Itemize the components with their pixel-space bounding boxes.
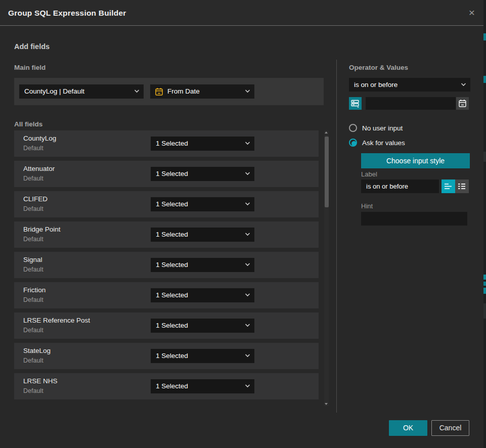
scrollbar-thumb[interactable] [325,137,329,207]
field-name: Signal [23,256,42,263]
dialog-titlebar: Group SQL Expression Builder × [0,0,483,26]
field-selected-dropdown[interactable]: 1 Selected [151,167,254,181]
operator-values-heading: Operator & Values [349,64,408,71]
field-subtitle: Default [23,145,43,152]
hint-input[interactable] [361,212,467,226]
radio-label: Ask for values [362,139,405,147]
ok-button[interactable]: OK [389,420,427,436]
field-name: LRSE NHS [23,377,58,385]
label-field-label: Label [361,170,377,178]
scrollbar-down-arrow-icon[interactable] [325,403,328,405]
calendar-icon [458,99,467,108]
chevron-down-icon [134,89,140,93]
unique-values-icon-button[interactable] [349,97,362,110]
field-selected-value: 1 Selected [156,228,188,242]
field-name: Bridge Point [23,226,61,233]
edge-segment [483,152,486,162]
field-selected-dropdown[interactable]: 1 Selected [151,349,254,363]
field-subtitle: Default [23,387,43,394]
label-input[interactable] [361,180,439,193]
hint-field-label: Hint [361,202,373,210]
close-icon[interactable]: × [466,7,477,18]
edge-accent-segment [483,282,486,286]
field-name: Attenuator [23,165,55,172]
edge-accent-segment [483,76,486,83]
unique-values-icon [351,99,360,108]
field-subtitle: Default [23,327,43,334]
field-selected-value: 1 Selected [156,197,188,211]
chevron-down-icon [245,202,250,206]
radio-no-user-input[interactable]: No user input [349,124,430,133]
field-selected-value: 1 Selected [156,288,188,302]
field-selected-value: 1 Selected [156,258,188,272]
field-name: CLIFED [23,195,48,203]
chevron-down-icon [245,89,250,93]
field-selected-dropdown[interactable]: 1 Selected [151,258,254,272]
edge-segment [483,303,486,319]
radio-label: No user input [362,124,403,132]
text-input-style-button[interactable] [441,180,455,193]
list-scrollbar[interactable] [324,130,329,406]
list-icon [458,182,466,191]
radio-circle-icon [349,124,357,132]
field-row: Signal Default 1 Selected [14,252,319,278]
field-name: StateLog [23,347,51,354]
field-subtitle: Default [23,357,43,364]
field-row: CountyLog Default 1 Selected [14,130,319,157]
field-selected-dropdown[interactable]: 1 Selected [151,228,254,242]
field-selected-value: 1 Selected [156,349,188,363]
all-fields-label: All fields [14,120,42,128]
background-app-edge [483,0,486,448]
date-picker-button[interactable] [456,97,469,110]
radio-ask-for-values[interactable]: Ask for values [349,139,430,148]
chevron-down-icon [245,323,250,327]
chevron-down-icon [245,262,250,266]
chevron-down-icon [245,353,250,357]
align-left-icon [444,182,453,191]
scrollbar-up-arrow-icon[interactable] [325,131,328,133]
operator-dropdown[interactable]: is on or before [349,78,470,92]
field-selected-value: 1 Selected [156,319,188,333]
edge-accent-segment [483,288,486,294]
main-date-field-value: From Date [167,84,200,99]
field-subtitle: Default [23,175,43,182]
field-selected-dropdown[interactable]: 1 Selected [151,197,254,211]
screen: Group SQL Expression Builder × Add field… [0,0,486,448]
field-row: CLIFED Default 1 Selected [14,191,319,217]
field-row: LRSE NHS Default 1 Selected [14,373,319,399]
chevron-down-icon [245,171,250,175]
field-row: Bridge Point Default 1 Selected [14,221,319,248]
field-row: Friction Default 1 Selected [14,282,319,308]
field-selected-value: 1 Selected [156,379,188,393]
field-name: LRSE Reference Post [23,317,90,324]
choose-input-style-button[interactable]: Choose input style [361,153,470,168]
operator-dropdown-value: is on or before [354,78,397,92]
field-subtitle: Default [23,296,43,303]
main-date-field-dropdown[interactable]: From Date [150,84,254,99]
field-name: Friction [23,286,46,294]
dialog-title: Group SQL Expression Builder [8,0,126,26]
group-sql-expression-builder-dialog: Group SQL Expression Builder × Add field… [0,0,483,448]
field-selected-dropdown[interactable]: 1 Selected [151,288,254,302]
field-selected-dropdown[interactable]: 1 Selected [151,319,254,333]
field-subtitle: Default [23,236,43,243]
add-fields-heading: Add fields [14,42,50,51]
panel-divider [336,60,337,413]
main-layer-dropdown[interactable]: CountyLog | Default [19,84,144,99]
chevron-down-icon [245,293,250,297]
field-subtitle: Default [23,266,43,273]
value-input[interactable] [366,97,456,110]
cancel-button[interactable]: Cancel [431,420,469,436]
field-selected-dropdown[interactable]: 1 Selected [151,379,254,393]
field-row: Attenuator Default 1 Selected [14,161,319,187]
main-field-label: Main field [14,64,46,71]
main-field-panel: CountyLog | Default From Date [14,78,324,105]
calendar-icon [155,87,163,96]
field-selected-dropdown[interactable]: 1 Selected [151,137,254,151]
field-name: CountyLog [23,135,56,142]
edge-accent-segment [483,33,486,40]
list-input-style-button[interactable] [455,180,469,193]
main-layer-dropdown-value: CountyLog | Default [24,84,84,99]
field-selected-value: 1 Selected [156,167,188,181]
chevron-down-icon [245,384,250,388]
